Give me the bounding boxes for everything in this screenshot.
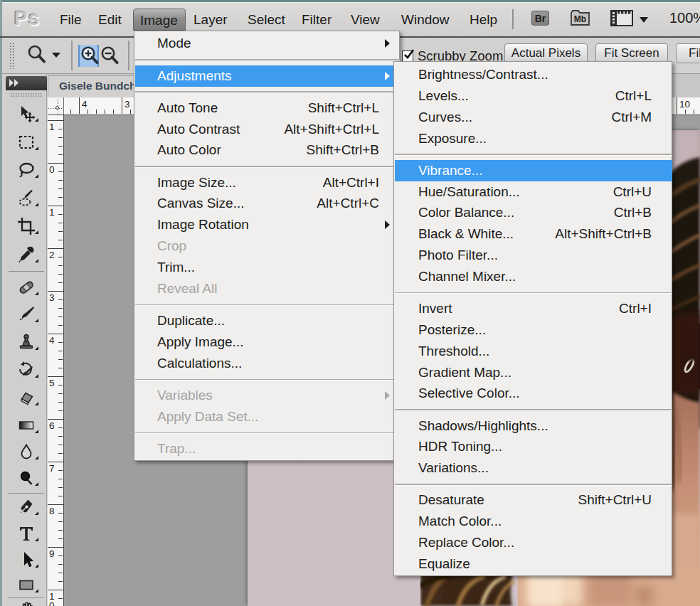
svg-text:Mb: Mb	[574, 14, 586, 24]
